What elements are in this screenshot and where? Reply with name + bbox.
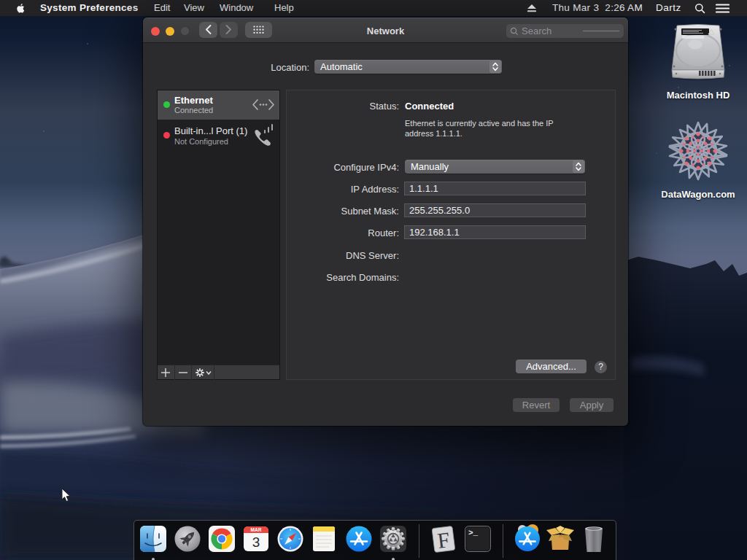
svg-text:3: 3	[252, 534, 260, 550]
svg-text:MAR: MAR	[251, 527, 262, 532]
svg-text:>_: >_	[468, 529, 479, 537]
